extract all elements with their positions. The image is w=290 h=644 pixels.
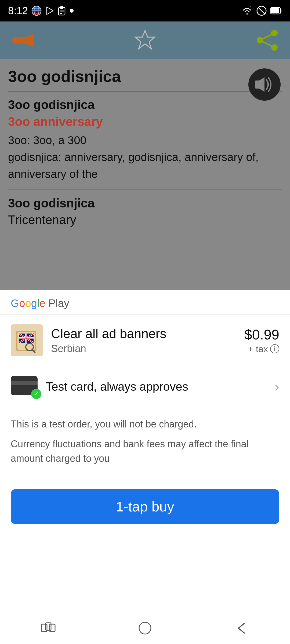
payment-icon: ✓ bbox=[11, 376, 38, 397]
battery-icon bbox=[270, 6, 282, 16]
product-row: Clear all ad banners Serbian $0.99 + tax… bbox=[0, 314, 290, 366]
favorite-button[interactable] bbox=[133, 28, 157, 52]
product-icon bbox=[11, 324, 43, 356]
svg-marker-20 bbox=[12, 37, 13, 43]
disclaimer-line2: Currency fluctuations and bank fees may … bbox=[11, 437, 279, 466]
product-sub: Serbian bbox=[51, 343, 236, 354]
recent-apps-button[interactable] bbox=[38, 617, 59, 639]
google-play-sheet: Google Play bbox=[0, 290, 290, 535]
status-time: 8:12 bbox=[8, 5, 28, 17]
divider-2 bbox=[8, 189, 282, 189]
wifi-icon bbox=[241, 5, 253, 16]
info-circle[interactable]: i bbox=[270, 344, 279, 353]
svg-marker-5 bbox=[47, 7, 53, 14]
svg-point-11 bbox=[70, 9, 74, 13]
product-price: $0.99 + tax i bbox=[244, 327, 279, 354]
alt-title: 3oo godisnjica bbox=[8, 196, 282, 210]
clipboard-icon bbox=[57, 6, 67, 16]
svg-marker-12 bbox=[250, 6, 251, 7]
svg-rect-28 bbox=[255, 80, 259, 89]
payment-label: Test card, always approves bbox=[46, 380, 267, 393]
main-content: 3oo godisnjica 3oo godisnjica 3oo annive… bbox=[0, 59, 290, 290]
svg-line-14 bbox=[258, 7, 265, 14]
dot-icon bbox=[69, 8, 74, 13]
buy-button[interactable]: 1-tap buy bbox=[11, 489, 279, 524]
alt-block: 3oo godisnjica Tricentenary bbox=[8, 196, 282, 227]
buy-btn-container: 1-tap buy bbox=[0, 481, 290, 535]
card-stripe bbox=[11, 381, 38, 385]
home-button[interactable] bbox=[134, 617, 156, 639]
chevron-right-icon: › bbox=[275, 379, 279, 394]
nav-bar bbox=[0, 612, 290, 644]
divider-1 bbox=[8, 91, 282, 92]
translation-block: 3oo godisnjica 3oo anniversary 3oo: 3oo,… bbox=[8, 97, 282, 182]
svg-point-45 bbox=[139, 622, 151, 634]
svg-line-26 bbox=[260, 40, 274, 47]
app-toolbar bbox=[0, 21, 290, 59]
google-play-header: Google Play bbox=[0, 290, 290, 314]
translation-detail: 3oo: 3oo, a 300 godisnjica: anniversary,… bbox=[8, 132, 282, 182]
status-icons-right bbox=[241, 5, 282, 16]
speaker-button[interactable] bbox=[247, 67, 282, 103]
credit-card-icon: ✓ bbox=[11, 376, 38, 395]
payment-row[interactable]: ✓ Test card, always approves › bbox=[0, 366, 290, 407]
back-button[interactable] bbox=[11, 28, 35, 52]
share-button[interactable] bbox=[255, 28, 279, 52]
google-play-label: Google Play bbox=[11, 297, 279, 309]
svg-rect-19 bbox=[13, 37, 27, 43]
product-icon-inner bbox=[11, 324, 43, 356]
status-icons-left bbox=[31, 5, 74, 16]
disclaimer: This is a test order, you will not be ch… bbox=[0, 407, 290, 481]
price-tax: + tax i bbox=[244, 344, 279, 354]
svg-marker-21 bbox=[135, 31, 155, 49]
svg-line-25 bbox=[260, 33, 274, 40]
disclaimer-line1: This is a test order, you will not be ch… bbox=[11, 417, 279, 431]
card-check-icon: ✓ bbox=[31, 389, 41, 399]
status-bar: 8:12 bbox=[0, 0, 290, 21]
back-nav-button[interactable] bbox=[231, 617, 252, 639]
block-icon bbox=[256, 5, 267, 16]
alt-text: Tricentenary bbox=[8, 213, 282, 227]
translation-red: 3oo anniversary bbox=[8, 113, 282, 130]
product-info: Clear all ad banners Serbian bbox=[51, 326, 236, 355]
play-icon bbox=[45, 6, 54, 16]
price-main: $0.99 bbox=[244, 327, 279, 343]
translation-main: 3oo godisnjica bbox=[8, 97, 282, 113]
globe-icon bbox=[31, 5, 42, 16]
product-name: Clear all ad banners bbox=[51, 326, 236, 342]
svg-rect-17 bbox=[271, 8, 279, 13]
entry-title: 3oo godisnjica bbox=[8, 67, 282, 86]
svg-rect-16 bbox=[280, 9, 281, 12]
